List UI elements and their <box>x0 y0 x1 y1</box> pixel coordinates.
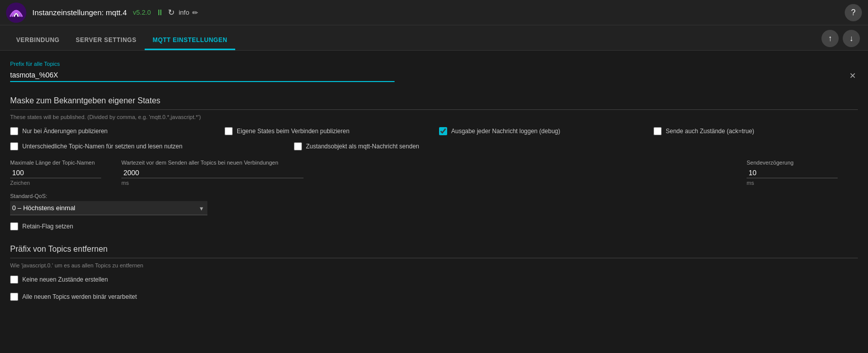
checkbox-unterschiedliche-topics[interactable]: Unterschiedliche Topic-Namen für setzten… <box>10 142 183 150</box>
tab-mqtt-einstellungen[interactable]: MQTT EINSTELLUNGEN <box>145 31 236 50</box>
mask-section-title: Maske zum Bekanntgeben eigener States <box>10 96 858 105</box>
prefix-label: Prefix für alle Topics <box>10 61 858 67</box>
checkbox-unterschiedliche-topics-input[interactable] <box>10 142 18 150</box>
app-logo <box>6 3 26 23</box>
checkbox-zustandsobjekt-input[interactable] <box>294 142 302 150</box>
sendeverzögerung-input[interactable] <box>747 168 838 178</box>
max-length-field: Maximale Länge der Topic-Namen Zeichen <box>10 160 101 186</box>
qos-label: Standard-QoS: <box>10 193 858 199</box>
qos-select-wrap: 0 – Höchstens einmal 1 – Mindestens einm… <box>10 201 207 215</box>
retain-section[interactable]: Retain-Flag setzen <box>10 222 858 230</box>
sendeverzögerung-unit: ms <box>747 180 838 186</box>
tab-server-settings[interactable]: SERVER SETTINGS <box>68 31 145 50</box>
prefix-input[interactable] <box>10 69 395 82</box>
checkbox-keine-neuen-zustaende[interactable]: Keine neuen Zustände erstellen <box>10 276 858 284</box>
qos-select[interactable]: 0 – Höchstens einmal 1 – Mindestens einm… <box>10 201 207 215</box>
max-length-input[interactable] <box>10 168 101 178</box>
checkbox-binaer-verarbeitet[interactable]: Alle neuen Topics werden binär verarbeit… <box>10 293 858 301</box>
clear-prefix-button[interactable]: ✕ <box>849 71 856 81</box>
download-button[interactable]: ↓ <box>843 30 860 47</box>
checkbox-zustandsobjekt-label: Zustandsobjekt als mqtt-Nachricht senden <box>306 143 419 150</box>
tabs-actions: ↑ ↓ <box>821 30 860 50</box>
checkbox-ausgabe-loggen-input[interactable] <box>439 127 447 135</box>
checkbox-binaer-verarbeitet-label: Alle neuen Topics werden binär verarbeit… <box>22 293 137 300</box>
checkbox-eigene-states-label: Eigene States beim Verbinden publizieren <box>237 128 350 135</box>
retain-checkbox-input[interactable] <box>10 222 18 230</box>
checkbox-keine-neuen-zustaende-input[interactable] <box>10 276 18 284</box>
checkbox-nur-aenderungen[interactable]: Nur bei Änderungen publizieren <box>10 127 214 135</box>
checkbox-nur-aenderungen-label: Nur bei Änderungen publizieren <box>22 128 108 135</box>
checkbox-keine-neuen-zustaende-label: Keine neuen Zustände erstellen <box>22 276 108 283</box>
header: Instanzeinstellungen: mqtt.4 v5.2.0 ⏸ ↻ … <box>0 0 868 25</box>
edit-icon[interactable]: ✏ <box>192 9 198 17</box>
checkbox-ausgabe-loggen[interactable]: Ausgabe jeder Nachricht loggen (debug) <box>439 127 643 135</box>
refresh-icon[interactable]: ↻ <box>168 8 175 17</box>
prefix-remove-hint: Wie 'javascript.0.' um es aus allen Topi… <box>10 262 858 268</box>
wartezeit-input[interactable] <box>121 168 303 178</box>
prefix-remove-title: Präfix von Topics entfernen <box>10 245 858 254</box>
qos-section: Standard-QoS: 0 – Höchstens einmal 1 – M… <box>10 193 858 215</box>
version-badge: v5.2.0 <box>133 9 151 16</box>
checkbox-eigene-states[interactable]: Eigene States beim Verbinden publizieren <box>225 127 429 135</box>
prefix-field-group: Prefix für alle Topics ✕ <box>10 61 858 82</box>
number-fields-row: Maximale Länge der Topic-Namen Zeichen W… <box>10 160 858 186</box>
checkbox-zustandsobjekt[interactable]: Zustandsobjekt als mqtt-Nachricht senden <box>294 142 419 150</box>
prefix-input-wrap: ✕ <box>10 69 858 82</box>
checkboxes-row1: Nur bei Änderungen publizieren Eigene St… <box>10 127 858 135</box>
sendeverzögerung-field: Sendeverzögerung ms <box>747 160 838 186</box>
checkbox-unterschiedliche-topics-label: Unterschiedliche Topic-Namen für setzten… <box>22 143 183 150</box>
mask-section-hint: These states will be published. (Divided… <box>10 114 858 120</box>
tab-verbindung[interactable]: VERBINDUNG <box>8 31 68 50</box>
upload-button[interactable]: ↑ <box>821 30 839 47</box>
sendeverzögerung-label: Sendeverzögerung <box>747 160 838 166</box>
checkbox-nur-aenderungen-input[interactable] <box>10 127 18 135</box>
wartezeit-unit: ms <box>121 180 726 186</box>
checkbox-sende-zustaende-input[interactable] <box>654 127 662 135</box>
max-length-unit: Zeichen <box>10 180 101 186</box>
info-link[interactable]: info <box>179 9 189 16</box>
checkbox-sende-zustaende[interactable]: Sende auch Zustände (ack=true) <box>654 127 858 135</box>
main-content: Prefix für alle Topics ✕ Maske zum Bekan… <box>0 51 868 320</box>
wartezeit-field: Wartezeit vor dem Senden aller Topics be… <box>121 160 726 186</box>
page-title: Instanzeinstellungen: mqtt.4 <box>32 8 127 17</box>
wartezeit-label: Wartezeit vor dem Senden aller Topics be… <box>121 160 726 166</box>
checkbox-ausgabe-loggen-label: Ausgabe jeder Nachricht loggen (debug) <box>451 128 560 135</box>
help-button[interactable]: ? <box>845 4 862 21</box>
tabs-bar: VERBINDUNG SERVER SETTINGS MQTT EINSTELL… <box>0 25 868 51</box>
checkbox-sende-zustaende-label: Sende auch Zustände (ack=true) <box>666 128 754 135</box>
checkbox-eigene-states-input[interactable] <box>225 127 233 135</box>
max-length-label: Maximale Länge der Topic-Namen <box>10 160 101 166</box>
prefix-remove-section: Präfix von Topics entfernen Wie 'javascr… <box>10 245 858 268</box>
retain-checkbox-label: Retain-Flag setzen <box>22 223 73 230</box>
pause-icon[interactable]: ⏸ <box>156 8 164 17</box>
mask-section: Maske zum Bekanntgeben eigener States Th… <box>10 96 858 120</box>
checkbox-binaer-verarbeitet-input[interactable] <box>10 293 18 301</box>
